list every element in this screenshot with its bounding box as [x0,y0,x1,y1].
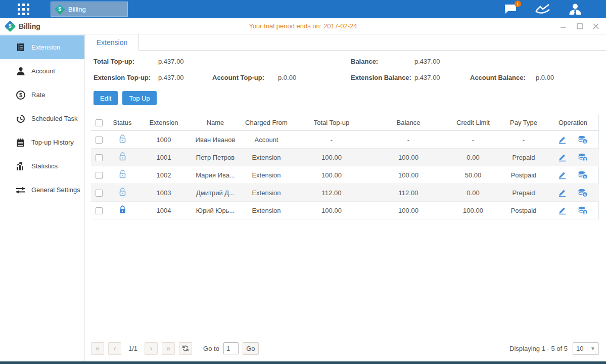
table-row: 1004 Юрий Юрь... Extension 100.00 100.00… [91,202,599,219]
extension-balance-value: p.437.00 [414,74,470,81]
sidebar-item-scheduled-task[interactable]: Scheduled Task [0,107,84,130]
goto-label: Go to [203,345,219,352]
displaying-text: Displaying 1 - 5 of 5 [509,345,568,352]
billing-dollar-icon: $ [5,20,16,32]
window-title-group: $ Billing [6,22,40,30]
sidebar-item-statistics[interactable]: Statistics [0,154,84,178]
tab-strip: Extension [85,34,606,51]
account-topup-value: p.0.00 [278,74,351,81]
close-icon[interactable] [593,23,599,29]
table-header-row: Status Extension Name Charged From Total… [91,114,599,131]
name-cell: Юрий Юрь... [190,202,241,219]
messages-badge: ! [515,1,521,7]
status-cell [107,202,137,219]
user-account-icon[interactable] [569,3,582,15]
sidebar-item-general-settings[interactable]: General Settings [0,178,84,202]
sidebar-item-extension[interactable]: Extension [0,35,84,59]
charged-from-cell: Extension [241,202,292,219]
go-button[interactable]: Go [243,342,259,355]
minimize-icon[interactable] [560,23,567,29]
account-topup-label: Account Top-up: [212,74,278,81]
col-operation: Operation [547,114,599,131]
extension-cell: 1003 [137,184,190,202]
top-up-coins-icon[interactable]: $ [578,153,588,162]
page-size-value: 10 [576,345,583,352]
table-row: 1000 Иван Иванов Account - - - - $ [91,131,599,149]
taskbar-tab-billing[interactable]: $ Billing [51,2,128,17]
sidebar-item-label: Statistics [31,162,58,170]
statistics-chart-icon[interactable] [535,4,550,15]
edit-pencil-icon[interactable] [558,206,567,215]
row-checkbox[interactable] [96,136,103,144]
pagination-bar: « ‹ 1/1 › » Go to Go Displaying 1 - 5 of… [85,340,606,361]
credit-limit-cell: 50.00 [446,166,500,184]
top-up-coins-icon[interactable]: $ [578,206,588,215]
extension-topup-label: Extension Top-up: [94,74,158,81]
main-content: Extension Total Top-up: p.437.00 Balance… [85,34,606,361]
next-page-button[interactable]: › [145,342,158,355]
top-up-coins-icon[interactable]: $ [578,135,588,144]
status-cell [107,149,137,166]
edit-button[interactable]: Edit [94,91,118,105]
page-size-select[interactable]: 10 ▼ [573,342,599,355]
account-balance-value: p.0.00 [536,74,599,81]
svg-text:$: $ [19,92,22,98]
row-checkbox[interactable] [96,154,103,161]
lock-open-icon [119,170,126,178]
refresh-icon [182,345,189,352]
sidebar-item-topup-history[interactable]: Top-up History [0,130,84,154]
edit-pencil-icon[interactable] [558,153,567,162]
col-pay-type: Pay Type [500,114,547,131]
top-up-coins-icon[interactable]: $ [578,189,588,197]
refresh-button[interactable] [179,342,192,355]
name-cell: Иван Иванов [190,131,241,149]
trial-notice: Your trial period ends on: 2017-02-24 [0,22,606,30]
edit-pencil-icon[interactable] [558,189,567,197]
top-up-button[interactable]: Top Up [122,91,156,105]
first-page-button[interactable]: « [91,342,104,355]
balance-value: p.437.00 [414,58,470,65]
messages-icon[interactable]: ! [504,4,517,15]
lock-open-icon [119,188,126,196]
total-topup-value: p.437.00 [158,58,212,65]
balance-label: Balance: [351,58,414,65]
desktop-topbar: $ Billing ! [0,0,606,18]
extension-cell: 1001 [137,149,190,166]
tab-extension[interactable]: Extension [85,34,139,51]
row-checkbox[interactable] [96,207,103,214]
extension-balance-label: Extension Balance: [351,74,414,81]
total-topup-cell: 112.00 [292,184,371,202]
prev-page-button[interactable]: ‹ [108,342,121,355]
status-cell [107,184,137,202]
credit-limit-cell: 100.00 [446,202,500,219]
table-row: 1003 Дмитрий Д... Extension 112.00 112.0… [91,184,599,202]
col-name: Name [190,114,241,131]
top-up-coins-icon[interactable]: $ [578,171,588,179]
row-checkbox[interactable] [96,172,103,179]
charged-from-cell: Extension [241,184,292,202]
name-cell: Дмитрий Д... [190,184,241,202]
select-all-checkbox[interactable] [96,119,103,126]
name-cell: Мария Ива... [190,166,241,184]
sidebar-item-rate[interactable]: $ Rate [0,83,84,107]
maximize-icon[interactable] [577,23,583,29]
page-indicator: 1/1 [128,345,137,352]
row-checkbox[interactable] [96,190,103,197]
table-row: 1001 Петр Петров Extension 100.00 100.00… [91,149,599,166]
lock-closed-icon [119,205,126,214]
total-topup-label: Total Top-up: [94,58,158,65]
edit-pencil-icon[interactable] [558,135,567,144]
edit-pencil-icon[interactable] [558,171,567,179]
sidebar-item-label: Account [31,67,55,75]
total-topup-cell: 100.00 [292,149,371,166]
last-page-button[interactable]: » [162,342,175,355]
total-topup-cell: 100.00 [292,166,371,184]
sidebar-item-account[interactable]: Account [0,59,84,83]
extension-cell: 1000 [137,131,190,149]
general-settings-sliders-icon [16,185,25,195]
apps-grid-icon[interactable] [18,4,29,15]
account-person-icon [16,66,25,76]
extension-cell: 1002 [137,166,190,184]
action-buttons: Edit Top Up [85,81,606,105]
goto-page-input[interactable] [223,342,239,354]
